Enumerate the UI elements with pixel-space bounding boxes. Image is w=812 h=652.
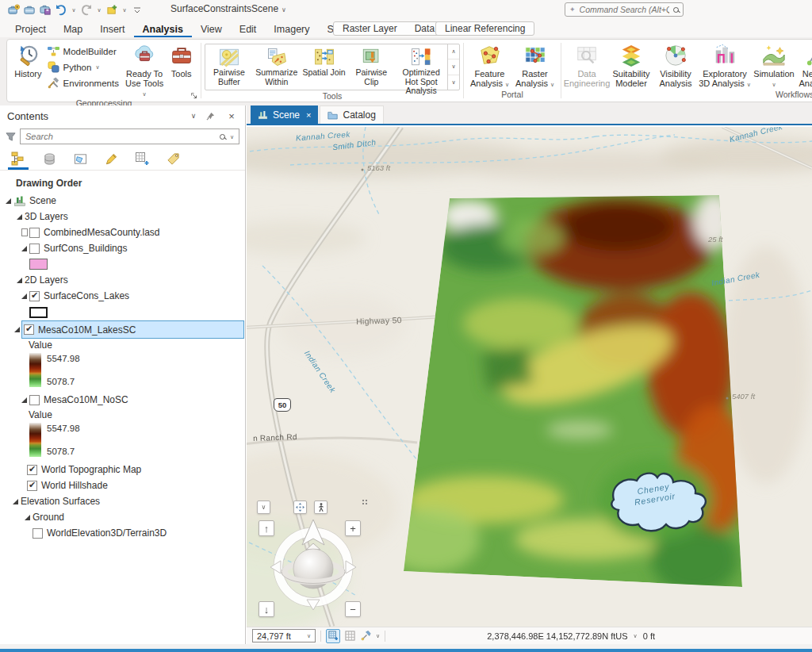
expander-icon[interactable] [21,246,28,251]
tree-item-surfacecons-lakes[interactable]: SurfaceCons_Lakes [0,288,245,304]
pane-menu-icon[interactable]: ∨ [187,113,200,120]
tree-item-ground[interactable]: Ground [0,509,245,525]
3d-navigator-compass[interactable] [258,510,369,621]
new-project-icon[interactable] [6,2,21,17]
gallery-scroll-down-icon[interactable]: ∨ [448,59,459,75]
symbol-swatch-pink[interactable] [29,259,48,270]
snap-mode-icon[interactable] [326,629,340,643]
dialog-launcher-icon[interactable] [190,92,198,100]
expander-icon[interactable] [12,499,19,504]
tree-item-2d-layers[interactable]: 2D Layers [0,272,245,288]
tree-item-scene[interactable]: Scene [0,193,245,209]
project-title[interactable]: SurfaceConstraintsScene∨ [170,3,286,14]
navigator-options-icon[interactable] [362,500,364,501]
tools-button[interactable]: Tools [165,41,197,79]
tab-scene-view[interactable]: Scene × [251,105,318,124]
visibility-analysis-button[interactable]: Visibility Analysis [653,41,698,88]
tree-item-mesaco10m-nosc[interactable]: MesaCo10M_NoSC [0,392,245,408]
tab-edit[interactable]: Edit [231,19,266,37]
command-search-input[interactable]: ✦ Command Search (Alt+Q) [565,2,684,17]
redo-icon[interactable] [79,2,94,17]
undo-dropdown-icon[interactable]: ∨ [70,7,78,13]
layer-checkbox[interactable] [29,228,40,238]
list-by-data-source-icon[interactable] [39,152,59,170]
expander-icon[interactable] [21,229,28,236]
expander-icon[interactable] [13,327,21,332]
environments-button[interactable]: Environments [48,77,119,89]
labeling-icon[interactable] [163,152,183,170]
summarize-within-button[interactable]: Summarize Within [253,44,301,90]
ready-to-use-tools-button[interactable]: Ready To Use Tools ∨ [124,41,165,98]
expander-icon[interactable] [16,278,23,283]
tree-item-world-hillshade[interactable]: World Hillshade [0,477,245,493]
open-project-icon[interactable] [22,2,36,17]
tree-item-3d-layers[interactable]: 3D Layers [0,209,245,224]
scale-selector[interactable]: 24,797 ft ∨ [252,629,316,642]
pairwise-buffer-button[interactable]: Pairwise Buffer [205,44,253,90]
add-data-dropdown-icon[interactable]: ∨ [121,7,128,13]
symbol-swatch-hollow[interactable] [29,307,48,318]
expander-icon[interactable] [21,293,28,299]
coordinates-readout[interactable]: 2,378,446.98E 14,152,772.89N ftUS [487,631,627,641]
tab-linear-referencing[interactable]: Linear Referencing [436,23,534,34]
list-by-drawing-order-icon[interactable] [8,151,29,170]
layer-checkbox[interactable] [24,324,34,335]
tab-map[interactable]: Map [55,19,91,37]
close-pane-icon[interactable]: × [225,110,238,122]
layer-checkbox[interactable] [27,481,37,491]
feature-analysis-button[interactable]: Feature Analysis ∨ [467,41,512,88]
tab-project[interactable]: Project [6,19,55,37]
tab-imagery[interactable]: Imagery [265,19,318,37]
network-analysis-button[interactable]: Network Analysis ∨ [796,41,812,88]
layer-checkbox[interactable] [27,465,37,475]
expander-icon[interactable] [24,515,31,520]
tab-analysis[interactable]: Analysis [134,19,192,37]
optimized-hot-spot-analysis-button[interactable]: Optimized Hot Spot Analysis [395,44,447,90]
layer-checkbox[interactable] [33,528,43,539]
simulation-button[interactable]: Simulation ∨ [752,41,796,88]
python-button[interactable]: Python∨ [48,61,119,73]
pairwise-clip-button[interactable]: Pairwise Clip [347,44,395,90]
snapping-dropdown-icon[interactable]: ∨ [376,633,380,639]
scene-viewport[interactable]: Kannah Creek Smith Ditch Kannah Creek 51… [247,127,812,627]
tab-insert[interactable]: Insert [91,19,133,37]
layer-checkbox[interactable] [29,395,40,405]
undo-icon[interactable] [54,2,68,17]
contents-search-input[interactable]: Search ∨ [20,128,239,144]
expander-icon[interactable] [5,198,12,204]
tree-item-mesaco10m-lakessc[interactable]: MesaCo10M_LakesSC [22,321,243,338]
expander-icon[interactable] [21,397,28,403]
coordinates-dropdown-icon[interactable]: ∨ [634,633,638,639]
grid-icon[interactable] [343,629,357,643]
customize-qat-icon[interactable] [130,2,144,17]
close-tab-icon[interactable]: × [306,110,311,120]
layer-checkbox[interactable] [29,244,40,254]
tree-item-worldelevation3d[interactable]: WorldElevation3D/Terrain3D [0,525,245,541]
gallery-scroll-up-icon[interactable]: ∧ [448,44,459,59]
tree-item-surfcons-buildings[interactable]: SurfCons_Buildings [0,240,245,256]
tab-view[interactable]: View [192,19,231,37]
lakes-symbol-row[interactable] [0,304,245,321]
add-data-icon[interactable] [105,2,119,17]
history-button[interactable]: History [10,41,46,79]
search-dropdown-icon[interactable]: ∨ [230,134,234,140]
gallery-expand-icon[interactable]: ∨ [448,75,459,90]
snapping-toggle-icon[interactable] [359,629,373,643]
buildings-symbol-row[interactable] [0,256,245,272]
list-by-editing-icon[interactable] [101,152,121,170]
add-table-icon[interactable] [132,151,152,170]
tree-item-elevation-surfaces[interactable]: Elevation Surfaces [0,493,245,509]
spatial-join-button[interactable]: Spatial Join [301,44,348,90]
layer-checkbox[interactable] [29,291,40,301]
suitability-modeler-button[interactable]: Suitability Modeler [609,41,653,88]
tab-catalog-view[interactable]: Catalog [320,105,383,124]
redo-dropdown-icon[interactable]: ∨ [95,7,103,13]
filter-icon[interactable] [6,132,16,142]
list-by-selection-icon[interactable] [70,152,90,170]
modelbuilder-button[interactable]: ModelBuilder [48,45,119,57]
tab-raster-layer[interactable]: Raster Layer [334,23,406,34]
save-project-icon[interactable] [38,2,52,17]
raster-analysis-button[interactable]: Raster Analysis ∨ [512,41,557,88]
tree-item-combinedmesacounty[interactable]: CombinedMesaCounty.lasd [0,224,245,240]
expander-icon[interactable] [16,214,23,220]
